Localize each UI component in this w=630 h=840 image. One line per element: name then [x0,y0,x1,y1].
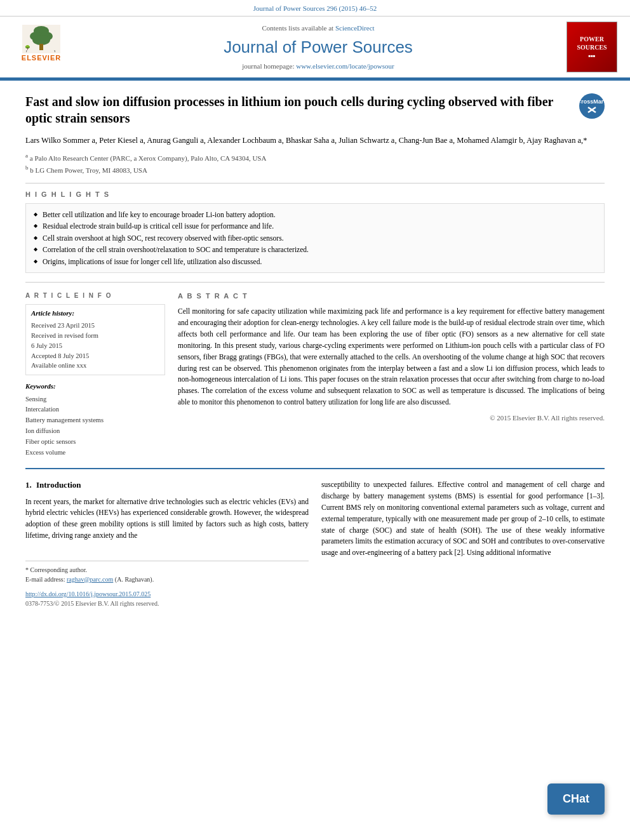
available-online: Available online xxx [31,361,159,371]
doi-link[interactable]: http://dx.doi.org/10.1016/j.jpowsour.201… [25,590,151,597]
svg-text:CrossMark: CrossMark [580,98,603,105]
keyword-2: Intercalation [25,404,165,415]
body-section: 1. Introduction In recent years, the mar… [25,479,605,608]
journal-header: 🌳 ╔ ╗ ELSEVIER Contents lists available … [0,17,630,79]
article-title: Fast and slow ion diffusion processes in… [25,93,570,126]
keyword-4: Ion diffusion [25,426,165,437]
affiliation-1: a a Palo Alto Research Center (PARC, a X… [25,152,605,163]
abstract-text: Cell monitoring for safe capacity utiliz… [178,306,605,408]
corresponding-author-note: * Corresponding author. [25,565,309,575]
email-note: E-mail address: raghav@parc.com (A. Ragh… [25,575,309,584]
chat-button[interactable]: CHat [547,783,605,815]
received-revised-label: Received in revised form [31,331,159,341]
divider-1 [25,183,605,183]
highlights-section: H I G H L I G H T S Better cell utilizat… [25,190,605,273]
journal-logo-box: POWER SOURCES ■■■ [566,22,617,72]
intro-right-text: susceptibility to unexpected failures. E… [321,479,605,559]
journal-reference-bar: Journal of Power Sources 296 (2015) 46–5… [0,0,630,17]
highlight-item-2: Residual electrode strain build-up is cr… [34,220,596,232]
highlight-item-4: Correlation of the cell strain overshoot… [34,244,596,255]
accepted-date: Accepted 8 July 2015 [31,351,159,361]
history-title: Article history: [31,309,159,318]
abstract-label: A B S T R A C T [178,291,605,301]
keywords-section: Keywords: Sensing Intercalation Battery … [25,382,165,458]
highlight-item-1: Better cell utilization and life key to … [34,209,596,220]
footnote-section: * Corresponding author. E-mail address: … [25,561,309,584]
highlights-label: H I G H L I G H T S [25,190,605,199]
intro-heading: 1. Introduction [25,479,309,491]
main-content: Fast and slow ion diffusion processes in… [0,81,630,621]
highlight-item-3: Cell strain overshoot at high SOC, rest … [34,232,596,244]
journal-title: Journal of Power Sources [76,36,560,58]
homepage-line: journal homepage: www.elsevier.com/locat… [76,62,560,71]
email-link[interactable]: raghav@parc.com [67,576,113,583]
section-divider [25,468,605,469]
sciencedirect-line: Contents lists available at ScienceDirec… [76,23,560,33]
svg-rect-6 [39,44,43,50]
elsevier-wordmark: ELSEVIER [22,53,61,63]
copyright-line: © 2015 Elsevier B.V. All rights reserved… [178,413,605,423]
body-right-column: susceptibility to unexpected failures. E… [321,479,605,608]
sciencedirect-link[interactable]: ScienceDirect [335,24,375,32]
body-left-column: 1. Introduction In recent years, the mar… [25,479,309,608]
affiliations: a a Palo Alto Research Center (PARC, a X… [25,152,605,175]
svg-point-5 [32,35,50,45]
article-info-label: A R T I C L E I N F O [25,291,165,300]
revised-date: 6 July 2015 [31,341,159,351]
received-date: Received 23 April 2015 [31,321,159,331]
keyword-5: Fiber optic sensors [25,437,165,448]
journal-ref-text: Journal of Power Sources 296 (2015) 46–5… [253,4,377,12]
issn-line: 0378-7753/© 2015 Elsevier B.V. All right… [25,599,309,608]
header-center: Contents lists available at ScienceDirec… [76,23,560,71]
article-title-section: Fast and slow ion diffusion processes in… [25,93,605,126]
bottom-links: http://dx.doi.org/10.1016/j.jpowsour.201… [25,588,309,608]
keywords-title: Keywords: [25,382,165,391]
highlight-item-5: Origins, implications of issue for longe… [34,256,596,267]
homepage-url[interactable]: www.elsevier.com/locate/jpowsour [296,62,394,70]
keyword-3: Battery management systems [25,415,165,426]
affiliation-2: b b LG Chem Power, Troy, MI 48083, USA [25,164,605,175]
article-history-box: Article history: Received 23 April 2015 … [25,304,165,375]
two-column-section: A R T I C L E I N F O Article history: R… [25,291,605,458]
authors: Lars Wilko Sommer a, Peter Kiesel a, Anu… [25,134,605,147]
keyword-1: Sensing [25,394,165,405]
divider-2 [25,282,605,283]
article-info-column: A R T I C L E I N F O Article history: R… [25,291,165,458]
elsevier-logo: 🌳 ╔ ╗ ELSEVIER [13,25,70,69]
intro-heading-text: Introduction [36,480,81,490]
keyword-6: Excess volume [25,448,165,458]
crossmark-badge[interactable]: CrossMark [579,93,605,119]
highlights-box: Better cell utilization and life key to … [25,203,605,273]
intro-left-text: In recent years, the market for alternat… [25,497,309,542]
abstract-column: A B S T R A C T Cell monitoring for safe… [178,291,605,458]
